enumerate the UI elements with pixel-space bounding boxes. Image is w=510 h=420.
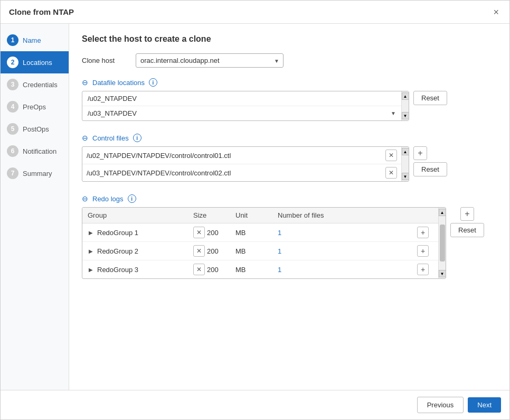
scroll-down-btn[interactable]: ▼ [402,112,409,119]
datafile-list-box: /u02_NTAPDEV /u03_NTAPDEV ▼ ▲ ▼ [82,91,409,121]
redo-expand-btn-2[interactable]: ▶ [88,247,94,255]
redo-row-3-size: ✕ 200 [188,260,230,279]
scroll-up-btn[interactable]: ▲ [402,92,409,100]
step-num-5: 5 [7,123,18,135]
redo-row-1-size: ✕ 200 [188,223,230,242]
table-row: ▶ RedoGroup 3 ✕ 200 [82,260,438,279]
step-num-4: 4 [7,101,18,113]
datafile-collapse-icon[interactable]: ⊖ [82,78,88,87]
redo-scroll-up-btn[interactable]: ▲ [439,209,446,216]
page-title: Select the host to create a clone [82,34,497,44]
step-num-2: 2 [7,57,18,68]
step-num-6: 6 [7,145,18,157]
clone-host-row: Clone host orac.internal.cloudapp.net ▼ [82,53,497,68]
redo-table-inner: Group Size Unit Number of files [82,208,438,278]
step-num-7: 7 [7,167,18,179]
datafile-dropdown-arrow-icon[interactable]: ▼ [391,110,396,116]
list-item: /u02_NTAPDEV [82,91,401,106]
step-num-1: 1 [7,34,18,46]
clone-host-label: Clone host [82,57,129,64]
redo-table: Group Size Unit Number of files [82,208,438,278]
redo-add-button[interactable]: + [460,207,474,221]
redo-row-3-numfiles: 1 [272,260,412,279]
redo-numfiles-link-2[interactable]: 1 [278,247,281,255]
step-num-3: 3 [7,79,18,90]
cf-add-button[interactable]: + [413,146,427,160]
col-group: Group [82,208,188,223]
sidebar-item-name[interactable]: 1 Name [1,29,69,51]
cf-item-text-1: /u02_NTAPDEV/NTAPDEV/control/control01.c… [87,152,382,160]
control-files-section-title: Control files [92,134,129,142]
clone-host-select-wrapper: orac.internal.cloudapp.net ▼ [136,53,284,68]
sidebar-label-locations: Locations [23,59,52,67]
cf-reset-button[interactable]: Reset [413,162,447,176]
cf-scrollbar: ▲ ▼ [401,147,409,181]
table-row: ▶ RedoGroup 1 ✕ 200 [82,223,438,242]
redo-expand-btn-3[interactable]: ▶ [88,266,94,274]
redo-logs-collapse-icon[interactable]: ⊖ [82,194,88,203]
datafile-reset-button[interactable]: Reset [413,91,447,105]
close-button[interactable]: × [491,5,501,19]
sidebar-label-notification: Notification [23,147,56,155]
redo-logs-section-title: Redo logs [92,195,124,203]
redo-row-3-group: ▶ RedoGroup 3 [82,260,188,279]
redo-numfiles-link-1[interactable]: 1 [278,229,281,237]
sidebar-item-preops[interactable]: 4 PreOps [1,96,69,118]
redo-reset-button[interactable]: Reset [450,223,484,237]
list-item: /u03_NTAPDEV ▼ [82,106,401,120]
datafile-item-2: /u03_NTAPDEV [88,109,391,117]
redo-row-1-unit: MB [230,223,272,242]
datafile-section-title: Datafile locations [92,79,145,87]
cf-remove-btn-1[interactable]: ✕ [385,150,397,161]
redo-row-1-numfiles: 1 [272,223,412,242]
cf-scroll-up-btn[interactable]: ▲ [402,148,409,155]
redo-row-1-actions: + [412,223,438,242]
dialog-title: Clone from NTAP [9,7,74,16]
redo-table-wrapper: Group Size Unit Number of files [82,207,446,279]
sidebar-item-credentials[interactable]: 3 Credentials [1,73,69,96]
sidebar-item-locations[interactable]: 2 Locations [1,51,69,73]
sidebar-label-name: Name [23,36,41,44]
redo-add-btn-3[interactable]: + [417,264,429,275]
previous-button[interactable]: Previous [417,397,464,413]
redo-row-3-actions: + [412,260,438,279]
redo-scroll-down-btn[interactable]: ▼ [439,270,446,277]
dialog-header: Clone from NTAP × [1,1,509,24]
redo-scrollbar: ▲ ▼ [438,208,446,278]
redo-remove-btn-3[interactable]: ✕ [193,264,205,275]
sidebar-label-summary: Summary [23,170,52,178]
redo-remove-btn-1[interactable]: ✕ [193,227,205,238]
redo-remove-btn-2[interactable]: ✕ [193,245,205,257]
sidebar-item-summary[interactable]: 7 Summary [1,162,69,184]
dialog-footer: Previous Next [1,390,509,419]
control-files-collapse-icon[interactable]: ⊖ [82,134,88,142]
cf-scroll-down-btn[interactable]: ▼ [402,173,409,180]
redo-add-btn-2[interactable]: + [417,245,429,257]
dialog: Clone from NTAP × 1 Name 2 Locations 3 C… [0,0,510,420]
sidebar-item-notification[interactable]: 6 Notification [1,140,69,162]
control-files-content: /u02_NTAPDEV/NTAPDEV/control/control01.c… [82,146,497,182]
redo-row-2-unit: MB [230,242,272,260]
control-files-info-icon[interactable]: i [133,134,141,142]
datafile-item-1: /u02_NTAPDEV [88,95,137,102]
redo-logs-info-icon[interactable]: i [128,194,136,203]
datafile-list-inner: /u02_NTAPDEV /u03_NTAPDEV ▼ [82,91,401,120]
cf-remove-btn-2[interactable]: ✕ [385,167,397,179]
sidebar: 1 Name 2 Locations 3 Credentials 4 PreOp… [1,24,69,390]
datafile-info-icon[interactable]: i [149,78,157,87]
clone-host-select[interactable]: orac.internal.cloudapp.net [136,53,284,68]
redo-side-controls: + Reset [450,207,484,237]
redo-logs-section-header: ⊖ Redo logs i [82,194,497,203]
cf-controls: + Reset [413,146,447,176]
sidebar-item-postops[interactable]: 5 PostOps [1,118,69,140]
cf-list-container: /u02_NTAPDEV/NTAPDEV/control/control01.c… [82,146,409,182]
redo-row-2-group: ▶ RedoGroup 2 [82,242,188,260]
next-button[interactable]: Next [468,397,501,413]
redo-numfiles-link-3[interactable]: 1 [278,266,281,274]
redo-row-3-unit: MB [230,260,272,279]
redo-add-btn-1[interactable]: + [417,227,429,238]
redo-row-1-group: ▶ RedoGroup 1 [82,223,188,242]
redo-row-2-numfiles: 1 [272,242,412,260]
redo-logs-section: ⊖ Redo logs i Group Size Un [82,194,497,279]
redo-expand-btn-1[interactable]: ▶ [88,229,94,237]
